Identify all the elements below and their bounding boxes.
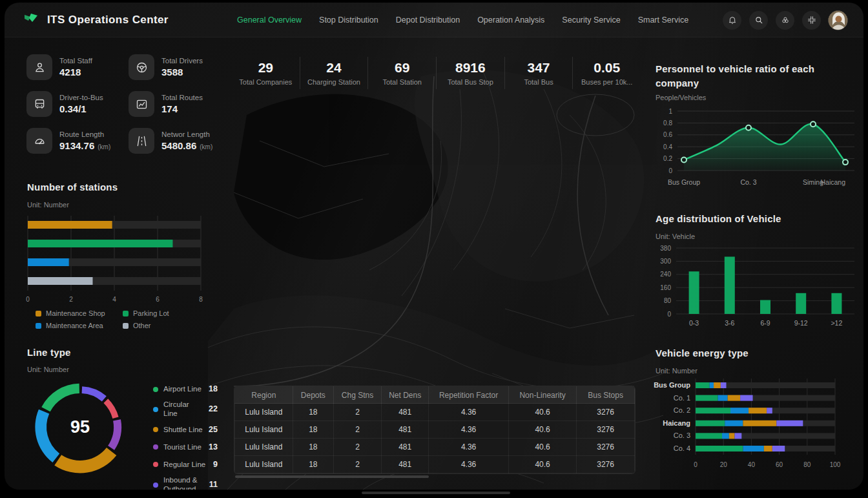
apps-icon: [780, 15, 790, 25]
stat-icon-tile: [129, 128, 154, 154]
stations-chart: 02468: [24, 212, 206, 310]
table-horizontal-scrollbar[interactable]: [235, 475, 429, 478]
screen: ITS Operations Center General OverviewSt…: [0, 0, 868, 498]
dashboard: ITS Operations Center General OverviewSt…: [5, 3, 863, 490]
stations-legend: Maintenance ShopParking LotMaintenance A…: [36, 309, 210, 329]
nav-item-general-overview[interactable]: General Overview: [237, 16, 302, 25]
kpi-label: Total Companies: [239, 78, 292, 86]
table-cell: 3276: [577, 456, 635, 473]
table-cell: 4.36: [429, 439, 509, 456]
stations-title: Number of stations: [27, 182, 118, 192]
svg-text:Co. 2: Co. 2: [674, 406, 690, 414]
main-nav: General OverviewStop DistributionDepot D…: [237, 3, 688, 37]
notifications-button[interactable]: [723, 11, 741, 30]
table-header-region: Region: [235, 387, 293, 404]
route-map-icon: [135, 98, 149, 111]
legend-item-circular-line[interactable]: Circular Line22: [153, 400, 218, 419]
legend-label: Circular Line: [163, 400, 203, 419]
svg-text:0.4: 0.4: [663, 143, 672, 150]
table-header-bus-stops: Bus Stops: [577, 387, 635, 404]
legend-item-shuttle-line[interactable]: Shuttle Line25: [153, 423, 218, 436]
table-cell: Lulu Island: [235, 439, 293, 456]
table-cell: 40.6: [508, 404, 576, 421]
nav-item-operation-analysis[interactable]: Operation Analysis: [477, 16, 544, 25]
staff-icon: [33, 61, 46, 74]
legend-marker: [36, 311, 41, 316]
svg-text:380: 380: [660, 245, 671, 252]
nav-item-smart-service[interactable]: Smart Service: [638, 16, 689, 25]
legend-marker: [153, 462, 158, 467]
table-cell: 481: [382, 421, 429, 439]
svg-text:Bus Group: Bus Group: [668, 178, 700, 186]
svg-text:9-12: 9-12: [794, 319, 808, 327]
stat-label: Total Drivers: [161, 57, 203, 65]
table-header-non-linearity: Non-Linearity: [508, 387, 576, 404]
table-cell: 3276: [577, 404, 635, 421]
svg-text:Co. 1: Co. 1: [674, 394, 690, 402]
table-cell: 4.36: [429, 456, 509, 473]
svg-text:40: 40: [748, 461, 756, 468]
legend-marker: [153, 482, 158, 488]
kpi-total-bus: 347Total Bus: [504, 57, 573, 89]
legend-label: Maintenance Area: [46, 322, 103, 329]
kpi-total-companies: 29Total Companies: [232, 57, 300, 89]
steering-wheel-icon: [135, 61, 149, 74]
svg-text:0.6: 0.6: [663, 131, 672, 138]
legend-item-maintenance-area[interactable]: Maintenance Area: [36, 322, 123, 329]
legend-item-regular-line[interactable]: Regular Line9: [153, 458, 218, 471]
stat-label: Driver-to-Bus: [59, 94, 103, 101]
apps-button[interactable]: [776, 11, 794, 30]
line-type-legend: Airport Line18Circular Line22Shuttle Lin…: [153, 382, 218, 490]
stat-icon-tile: [129, 91, 154, 117]
table-row: Lulu Island1824814.3640.63276: [235, 456, 635, 473]
legend-value: 11: [209, 480, 218, 489]
kpi-label: Total Station: [382, 78, 422, 86]
top-navigation-bar: ITS Operations Center General OverviewSt…: [5, 3, 863, 37]
svg-text:240: 240: [660, 271, 671, 278]
legend-label: Other: [133, 322, 151, 329]
nav-item-stop-distribution[interactable]: Stop Distribution: [319, 16, 378, 25]
user-avatar[interactable]: [828, 10, 848, 30]
summary-stats: Total Staff4218Total Drivers3588Driver-t…: [26, 54, 222, 154]
legend-label: Inbound & Outbound: [163, 475, 204, 490]
legend-marker: [36, 323, 41, 329]
legend-item-inbound-outbound[interactable]: Inbound & Outbound11: [153, 475, 218, 490]
legend-marker: [123, 323, 129, 329]
legend-label: Tourist Line: [163, 442, 203, 451]
stat-card-total-routes: Total Routes174: [129, 91, 222, 117]
kpi-charging-station: 24Charging Station: [300, 57, 368, 89]
fullscreen-button[interactable]: [802, 11, 821, 30]
svg-text:2: 2: [69, 296, 73, 303]
svg-text:60: 60: [776, 461, 783, 468]
legend-marker: [153, 407, 158, 412]
stat-card-total-drivers: Total Drivers3588: [129, 54, 222, 80]
legend-item-other[interactable]: Other: [123, 322, 210, 329]
stat-label: Networ Length: [161, 130, 212, 138]
svg-text:4: 4: [112, 296, 116, 303]
svg-text:0: 0: [26, 296, 30, 303]
kpi-label: Total Bus: [524, 78, 553, 86]
table-cell: 18: [293, 456, 333, 473]
line-type-title: Line type: [27, 347, 71, 358]
kpi-value: 0.05: [594, 61, 620, 74]
nav-item-depot-distribution[interactable]: Depot Distribution: [396, 16, 460, 25]
search-button[interactable]: [749, 11, 768, 30]
nav-item-security-service[interactable]: Security Service: [562, 16, 620, 25]
table-row: Lulu Island1824814.3640.63276: [235, 439, 635, 456]
table-header-chg-stns: Chg Stns: [333, 387, 381, 404]
energy-unit: Unit: Number: [656, 367, 698, 375]
table-cell: 2: [333, 421, 381, 439]
svg-text:>12: >12: [831, 319, 842, 327]
svg-text:0: 0: [694, 461, 698, 468]
table-cell: Lulu Island: [235, 404, 293, 421]
svg-text:80: 80: [664, 297, 672, 304]
legend-item-maintenance-shop[interactable]: Maintenance Shop: [36, 309, 123, 317]
legend-item-airport-line[interactable]: Airport Line18: [153, 382, 218, 395]
table-cell: 40.6: [508, 421, 576, 439]
kpi-total-bus-stop: 8916Total Bus Stop: [436, 57, 504, 89]
legend-item-tourist-line[interactable]: Tourist Line13: [153, 441, 218, 453]
legend-item-parking-lot[interactable]: Parking Lot: [123, 309, 210, 317]
legend-marker: [123, 311, 129, 316]
fullscreen-icon: [807, 15, 817, 25]
donut-total: 95: [70, 417, 90, 437]
